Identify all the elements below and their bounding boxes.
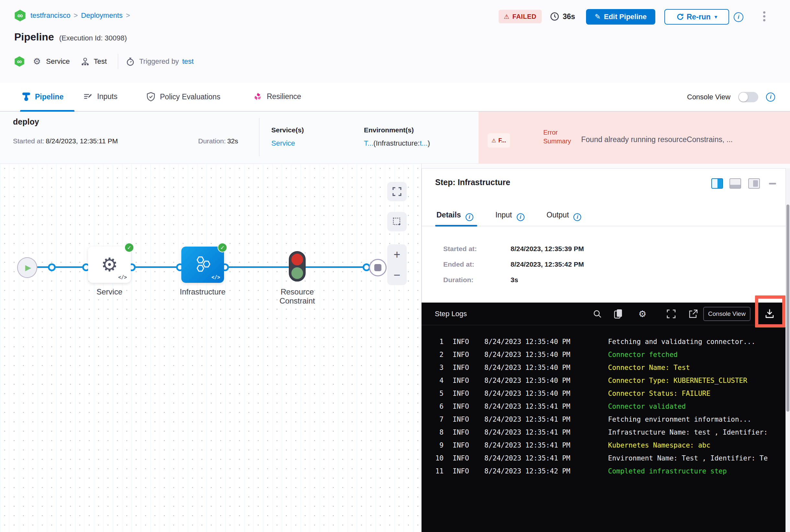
console-view-toggle[interactable]: [738, 92, 758, 102]
log-message: Connector fetched: [608, 348, 678, 361]
log-line: 7 INFO 8/24/2023 12:35:41 PM Fetching en…: [422, 413, 786, 426]
log-level: INFO: [453, 361, 469, 374]
gear-icon: ⚙: [101, 255, 118, 274]
tab-policy-evaluations[interactable]: Policy Evaluations: [146, 92, 220, 101]
console-view-info-icon[interactable]: i: [766, 93, 775, 101]
services-label: Service(s): [271, 126, 304, 134]
log-level: INFO: [453, 335, 469, 348]
environments-value[interactable]: T...(Infrastructure:t...): [364, 139, 430, 148]
error-status-badge: ⚠ F...: [488, 133, 510, 148]
layout-panel-view-button[interactable]: [748, 178, 760, 189]
log-level: INFO: [453, 452, 469, 465]
log-message: Infrastructure Name: test , Identifier:: [608, 426, 768, 439]
log-message: Connector Status: FAILURE: [608, 387, 710, 400]
started-at-label: Started at:: [13, 137, 44, 145]
rerun-label: Re-run: [687, 13, 711, 21]
log-line-number: 7: [422, 413, 444, 426]
log-level: INFO: [453, 439, 469, 452]
detail-duration-value: 3s: [511, 276, 518, 284]
log-message: Connector validated: [608, 400, 686, 413]
triggered-by-label: Triggered by: [139, 57, 179, 66]
rerun-info-icon[interactable]: i: [734, 12, 743, 22]
log-message: Connector Type: KUBERNETES_CLUSTER: [608, 374, 747, 387]
details-info-icon[interactable]: i: [465, 213, 473, 221]
node-service[interactable]: ⚙ </> ✓: [88, 247, 131, 283]
log-message: Completed infrastructure step: [608, 465, 727, 478]
log-line-number: 2: [422, 348, 444, 361]
view-tab-bar: Pipeline Inputs Policy Evaluations Resil…: [0, 83, 790, 112]
step-tab-details[interactable]: Details i: [437, 211, 473, 221]
log-level: INFO: [453, 400, 469, 413]
canvas-multiselect-button[interactable]: [387, 212, 407, 231]
traffic-light-green: [291, 267, 303, 279]
copy-logs-icon[interactable]: [613, 308, 624, 321]
environment-link[interactable]: T...: [364, 139, 373, 147]
log-line-number: 9: [422, 439, 444, 452]
edit-pipeline-label: Edit Pipeline: [604, 13, 647, 21]
detail-duration-label: Duration:: [443, 276, 473, 284]
error-summary-label: Error Summary: [543, 128, 571, 146]
tab-resilience[interactable]: Resilience: [253, 92, 301, 101]
warning-icon: ⚠: [504, 13, 510, 20]
pipeline-meta-row: ∞ ⚙ Service Test Triggered by test: [14, 54, 194, 69]
minimize-panel-button[interactable]: [769, 183, 776, 185]
elapsed-time-value: 36s: [563, 12, 575, 21]
success-check-icon: ✓: [124, 243, 134, 252]
breadcrumb-project-link[interactable]: testfrancisco: [31, 11, 71, 20]
services-value-link[interactable]: Service: [271, 139, 295, 148]
step-tab-output[interactable]: Output i: [547, 211, 581, 221]
log-line-number: 8: [422, 426, 444, 439]
log-line: 4 INFO 8/24/2023 12:35:40 PM Connector T…: [422, 374, 786, 387]
log-fullscreen-icon[interactable]: [666, 309, 676, 320]
breadcrumb-separator: >: [71, 11, 81, 20]
step-tab-output-label: Output: [547, 211, 569, 219]
log-console-view-button[interactable]: Console View: [703, 307, 751, 321]
log-line: 1 INFO 8/24/2023 12:35:40 PM Fetching an…: [422, 335, 786, 348]
search-logs-icon[interactable]: [592, 309, 602, 320]
step-tab-input-label: Input: [495, 211, 512, 219]
resilience-icon: [253, 92, 262, 101]
graph-edge: [37, 266, 289, 268]
rerun-button[interactable]: Re-run ▾: [664, 9, 729, 24]
environment-close-paren: ): [428, 139, 430, 147]
caret-down-icon: ▾: [715, 14, 717, 20]
log-message: Kubernetes Namespace: abc: [608, 439, 710, 452]
log-timestamp: 8/24/2023 12:35:42 PM: [484, 465, 570, 478]
shield-check-icon: [146, 92, 155, 101]
breadcrumb-deployments-link[interactable]: Deployments: [81, 11, 122, 20]
step-tab-input[interactable]: Input i: [495, 211, 525, 221]
stage-name[interactable]: deploy: [13, 117, 39, 127]
log-line-number: 11: [422, 465, 444, 478]
more-options-button[interactable]: [761, 10, 767, 23]
edit-pipeline-button[interactable]: ✎ Edit Pipeline: [586, 9, 655, 24]
open-in-new-tab-icon[interactable]: [688, 309, 698, 320]
pipeline-graph-canvas[interactable]: ▶ ⚙ </> ✓ Service </> ✓ Infra: [0, 164, 422, 532]
status-badge-label: FAILED: [513, 13, 536, 20]
zoom-in-button[interactable]: +: [393, 249, 400, 261]
triggered-by-value[interactable]: test: [182, 57, 194, 66]
detail-ended-value: 8/24/2023, 12:35:42 PM: [511, 261, 584, 268]
tab-pipeline-label: Pipeline: [35, 93, 63, 101]
infrastructure-link[interactable]: t...: [420, 139, 427, 147]
tab-pipeline[interactable]: Pipeline: [22, 92, 63, 101]
output-info-icon[interactable]: i: [573, 213, 581, 221]
log-line: 6 INFO 8/24/2023 12:35:41 PM Connector v…: [422, 400, 786, 413]
status-badge: ⚠ FAILED: [499, 10, 542, 23]
code-icon: </>: [212, 274, 220, 280]
node-resource-constraint[interactable]: [289, 251, 306, 282]
panel-scrollbar-thumb[interactable]: [787, 205, 789, 412]
layout-vertical-split-button[interactable]: [711, 178, 723, 189]
node-infrastructure[interactable]: </> ✓: [181, 247, 224, 283]
layout-horizontal-split-button[interactable]: [730, 178, 741, 189]
zoom-out-button[interactable]: −: [393, 269, 400, 281]
input-info-icon[interactable]: i: [517, 213, 525, 221]
clock-icon: [550, 12, 559, 21]
breadcrumb: ∞ testfrancisco > Deployments >: [14, 10, 133, 21]
node-resource-constraint-label: Resource Constraint: [279, 287, 315, 305]
log-settings-gear-icon[interactable]: ⚙: [639, 308, 646, 319]
tab-policy-evaluations-label: Policy Evaluations: [160, 93, 220, 101]
log-message: Fetching and validating connector...: [608, 335, 755, 348]
log-line-number: 6: [422, 400, 444, 413]
tab-inputs[interactable]: Inputs: [84, 92, 117, 101]
canvas-fullscreen-button[interactable]: [387, 182, 407, 201]
